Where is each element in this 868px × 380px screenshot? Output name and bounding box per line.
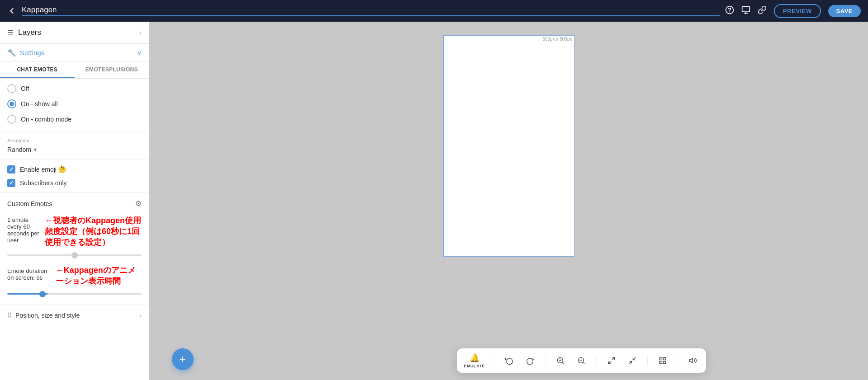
- radio-show-all-circle: [7, 99, 16, 108]
- custom-emotes-row: Custom Emotes ⚙: [0, 195, 149, 212]
- bottom-toolbar: 🔔 EMULATE: [457, 348, 706, 373]
- radio-combo-mode[interactable]: On - combo mode: [7, 115, 142, 124]
- save-button[interactable]: SAVE: [828, 5, 861, 17]
- canvas-size-label: 500px x 500px: [542, 37, 572, 42]
- svg-marker-20: [689, 358, 693, 363]
- hamburger-icon: ☰: [7, 28, 14, 37]
- canvas-box: 500px x 500px: [443, 35, 574, 257]
- bell-icon: 🔔: [470, 353, 479, 363]
- add-fab-button[interactable]: +: [172, 348, 194, 370]
- redo-button[interactable]: [524, 355, 536, 366]
- divider-3: [0, 192, 149, 193]
- emote-duration-text: Emote duration on screen: 5s: [7, 267, 53, 281]
- svg-line-14: [629, 361, 631, 364]
- svg-line-12: [612, 357, 614, 360]
- shrink-button[interactable]: [626, 355, 638, 366]
- layers-chevron-right-icon: ›: [139, 29, 142, 36]
- emote-frequency-text: 1 emote every 60 seconds per user: [7, 216, 42, 244]
- zoom-out-button[interactable]: [575, 355, 587, 366]
- settings-wrench-icon: 🔧: [7, 48, 16, 57]
- tab-group: CHAT EMOTES EMOTESPLUSIONS: [0, 62, 149, 79]
- divider-4: [0, 305, 149, 305]
- emote-duration-slider[interactable]: [7, 293, 142, 295]
- radio-group: Off On - show all On - combo mode: [0, 79, 149, 129]
- emote-duration-section: Emote duration on screen: 5s ←Kappagenのア…: [0, 262, 149, 301]
- svg-rect-17: [663, 357, 665, 360]
- sidebar: ☰ Layers › 🔧 Settings ∨ CHAT EMOTES EMOT…: [0, 22, 149, 380]
- layers-row[interactable]: ☰ Layers ›: [0, 22, 149, 44]
- expand-button[interactable]: [606, 355, 617, 366]
- radio-off-label: Off: [21, 85, 29, 92]
- layers-label: Layers: [18, 28, 41, 37]
- svg-line-15: [633, 357, 635, 360]
- toolbar-separator-2: [545, 355, 545, 366]
- emote-frequency-slider[interactable]: [7, 254, 142, 256]
- emote-frequency-section: 1 emote every 60 seconds per user ←視聴者のK…: [0, 212, 149, 262]
- position-chevron-right-icon: ›: [139, 312, 142, 319]
- volume-button[interactable]: [687, 355, 699, 366]
- position-dots-icon: ⠿: [7, 312, 12, 319]
- custom-emotes-label: Custom Emotes: [7, 200, 52, 207]
- undo-button[interactable]: [503, 355, 515, 366]
- animation-value: Random: [7, 146, 31, 153]
- checkbox-enable-emoji-box: [7, 165, 15, 174]
- emulate-label: EMULATE: [464, 364, 485, 368]
- settings-label: Settings: [20, 49, 44, 56]
- position-label: Position, size and style: [15, 312, 80, 319]
- link-icon[interactable]: [758, 5, 767, 17]
- checkbox-group: Enable emoji 🤔 Subscribers only: [0, 162, 149, 191]
- checkbox-subscribers-only-box: [7, 179, 15, 187]
- svg-line-10: [583, 362, 584, 363]
- canvas-area: 500px x 500px + 🔔 EMULATE: [149, 22, 868, 380]
- checkbox-enable-emoji-label: Enable emoji 🤔: [20, 166, 66, 173]
- toolbar-separator-1: [494, 355, 494, 366]
- emote-duration-annotation: ←Kappagenのアニメーション表示時間: [56, 265, 142, 286]
- radio-combo-mode-label: On - combo mode: [21, 116, 71, 123]
- animation-dropdown[interactable]: Random ▾: [7, 146, 142, 153]
- preview-button[interactable]: PREVIEW: [774, 4, 821, 18]
- toolbar-separator-4: [647, 355, 648, 366]
- emote-frequency-slider-container: [7, 248, 142, 259]
- emote-duration-slider-container: [7, 286, 142, 298]
- gear-icon[interactable]: ⚙: [135, 199, 142, 208]
- settings-row[interactable]: 🔧 Settings ∨: [0, 44, 149, 62]
- top-header: Kappagen PREVIEW SAVE: [0, 0, 868, 22]
- app-title: Kappagen: [22, 5, 720, 16]
- divider-1: [0, 131, 149, 131]
- add-fab-icon: +: [180, 353, 186, 366]
- svg-rect-19: [659, 361, 662, 364]
- monitor-icon[interactable]: [741, 5, 750, 17]
- checkbox-enable-emoji[interactable]: Enable emoji 🤔: [7, 165, 142, 174]
- svg-rect-16: [659, 357, 662, 360]
- animation-chevron-down-icon: ▾: [34, 146, 37, 153]
- emulate-button[interactable]: 🔔 EMULATE: [464, 353, 485, 368]
- svg-line-6: [562, 362, 563, 363]
- header-icons: PREVIEW SAVE: [725, 4, 861, 18]
- animation-section-label: Animation: [7, 138, 142, 143]
- tab-emotesplusions[interactable]: EMOTESPLUSIONS: [75, 62, 149, 78]
- checkbox-subscribers-only-label: Subscribers only: [20, 179, 67, 187]
- back-button[interactable]: [7, 6, 16, 15]
- svg-line-13: [608, 361, 611, 364]
- svg-rect-2: [742, 6, 750, 12]
- zoom-in-button[interactable]: [555, 355, 566, 366]
- radio-show-all[interactable]: On - show all: [7, 99, 142, 108]
- settings-chevron-down-icon: ∨: [137, 49, 142, 56]
- tab-chat-emotes[interactable]: CHAT EMOTES: [0, 62, 75, 78]
- position-row[interactable]: ⠿ Position, size and style ›: [0, 307, 149, 324]
- radio-off-circle: [7, 84, 16, 93]
- radio-show-all-label: On - show all: [21, 100, 58, 108]
- checkbox-subscribers-only[interactable]: Subscribers only: [7, 179, 142, 187]
- toolbar-separator-3: [596, 355, 597, 366]
- toolbar-separator-5: [678, 355, 678, 366]
- animation-section: Animation Random ▾: [0, 133, 149, 158]
- radio-off[interactable]: Off: [7, 84, 142, 93]
- emote-frequency-annotation: ←視聴者のKappagen使用頻度設定（例は60秒に1回使用できる設定）: [45, 215, 142, 248]
- help-icon[interactable]: [725, 5, 734, 17]
- svg-rect-18: [663, 361, 665, 364]
- radio-combo-mode-circle: [7, 115, 16, 124]
- grid-button[interactable]: [657, 355, 669, 366]
- main-layout: ☰ Layers › 🔧 Settings ∨ CHAT EMOTES EMOT…: [0, 22, 868, 380]
- divider-2: [0, 160, 149, 160]
